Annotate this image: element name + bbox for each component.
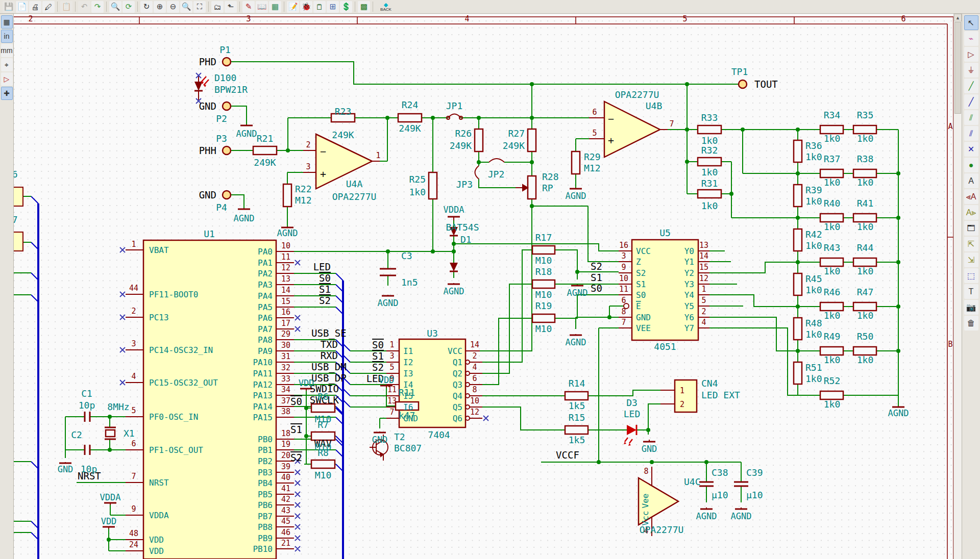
u3-n14: 14: [470, 340, 479, 349]
schematic-canvas[interactable]: 23456ABP1PHDD100BPW21RGNDP2AGNDP3PHHR212…: [0, 0, 980, 559]
agnd-2: AGND: [234, 213, 255, 223]
zoom-fit-icon[interactable]: 🔍: [180, 1, 192, 13]
r45-ref: R45: [805, 273, 822, 284]
r31-val: 1k0: [701, 200, 718, 211]
zone-4: 4: [464, 14, 469, 23]
print-icon[interactable]: 🖨: [29, 1, 41, 13]
u4b-ref: U4B: [646, 100, 663, 111]
r7-ref: R7: [317, 419, 329, 430]
show-hidden-pins-icon[interactable]: ▷: [1, 72, 13, 86]
place-power-port-icon[interactable]: ⏚: [964, 63, 978, 78]
cursor-shape-icon[interactable]: ⌖: [1, 58, 13, 71]
zoom-out-icon[interactable]: ⊖: [167, 1, 179, 13]
place-symbol-icon[interactable]: ▷: [964, 47, 978, 62]
place-image-icon[interactable]: 📷: [964, 300, 978, 315]
u1-ln7: 7: [131, 472, 136, 481]
refresh-icon[interactable]: ⟳: [122, 1, 135, 13]
u5-n6: 6: [621, 296, 626, 305]
u1-vdd2: VDD: [149, 546, 164, 556]
find-icon[interactable]: 🔍: [109, 1, 121, 13]
connector-cn4[interactable]: [675, 380, 697, 412]
d100-ref: D100: [214, 72, 236, 83]
run-pcbnew-icon[interactable]: ▩: [358, 1, 370, 13]
scroll-thumb[interactable]: [954, 22, 961, 114]
redo-icon[interactable]: ↷: [91, 1, 104, 13]
u5-y6: Y6: [684, 313, 694, 322]
u5-y2: Y2: [684, 268, 694, 278]
jp1-ref: JP1: [446, 100, 463, 111]
u3-n5: 5: [389, 363, 394, 372]
u1-rn20: 20: [281, 451, 290, 460]
agnd-11: AGND: [731, 511, 752, 521]
back-button[interactable]: ◆ BACK: [376, 1, 396, 13]
u4a-plus: +: [320, 168, 326, 180]
save-schematic-icon[interactable]: 💾: [3, 1, 15, 13]
select-tool-icon[interactable]: ↖: [964, 15, 978, 30]
back-label: BACK: [380, 8, 391, 12]
u1-rn38: 38: [281, 407, 290, 416]
agnd-1: AGND: [236, 129, 257, 139]
r18-val: M10: [535, 289, 552, 300]
vertical-scrollbar[interactable]: ▲: [953, 14, 962, 559]
u1-ref: U1: [204, 228, 215, 239]
r14-val: 1k5: [569, 400, 585, 411]
u4b-minus: −: [608, 113, 614, 125]
net-label-icon[interactable]: A: [964, 173, 978, 188]
u1-rn42: 42: [281, 495, 290, 504]
gnd-u3: GND: [372, 435, 388, 445]
global-label-icon[interactable]: ⪡A: [964, 189, 978, 204]
symbol-table-icon[interactable]: ⊞: [327, 1, 339, 13]
hierarchical-sheet-icon[interactable]: 🗔: [964, 221, 978, 236]
c39-ref: C39: [746, 467, 763, 478]
graphic-box-icon[interactable]: ⬚: [964, 268, 978, 283]
agnd-6: AGND: [378, 298, 399, 308]
generate-netlist-icon[interactable]: 🗒: [313, 1, 326, 13]
undo-icon[interactable]: ↶: [78, 1, 90, 13]
zoom-in-icon[interactable]: ⊕: [154, 1, 166, 13]
hierarchical-label-icon[interactable]: A⪢: [964, 205, 978, 220]
u5-n9: 9: [621, 263, 626, 272]
s2-lbl: S2: [591, 261, 602, 272]
grid-toggle-icon[interactable]: ▦: [1, 15, 13, 29]
bom-icon[interactable]: 💲: [340, 1, 352, 13]
navigate-hierarchy-icon[interactable]: 🗂: [211, 1, 224, 13]
annotate-icon[interactable]: ✎: [242, 1, 255, 13]
edit-symbol-fields-icon[interactable]: 📝: [287, 1, 299, 13]
u3-vcc: VCC: [448, 346, 462, 356]
x1-ref: X1: [124, 428, 135, 439]
sheet-pin-icon[interactable]: ⇲: [964, 252, 978, 267]
import-sheet-pin-icon[interactable]: ⇱: [964, 237, 978, 251]
symbol-library-browser-icon[interactable]: 📖: [256, 1, 268, 13]
place-wire-icon[interactable]: ╱: [964, 79, 978, 93]
delete-tool-icon[interactable]: 🗑: [964, 316, 978, 331]
crosshair-cursor-icon[interactable]: ✚: [1, 87, 13, 100]
redraw-view-icon[interactable]: ↻: [140, 1, 153, 13]
zoom-to-selection-icon[interactable]: ⛶: [193, 1, 206, 13]
place-bus-icon[interactable]: ╱: [964, 94, 978, 109]
page-settings-icon[interactable]: 📄: [16, 1, 28, 13]
erc-bug-icon[interactable]: 🐞: [300, 1, 312, 13]
units-mm-button[interactable]: mm: [1, 44, 13, 57]
u5-n11: 11: [619, 285, 628, 294]
plot-icon[interactable]: 🖊: [42, 1, 55, 13]
units-inches-button[interactable]: in: [1, 30, 13, 43]
u1-ln48: 48: [129, 529, 138, 538]
footprint-browser-icon[interactable]: ▦: [269, 1, 281, 13]
highlight-net-icon[interactable]: ⌁: [964, 31, 978, 46]
u1-rn11: 11: [281, 252, 290, 262]
scroll-up-arrow[interactable]: ▲: [954, 14, 962, 21]
place-text-icon[interactable]: T: [964, 284, 978, 299]
vdda-2: VDDA: [100, 492, 121, 502]
paste-icon[interactable]: 📋: [60, 1, 72, 13]
top-toolbar: 💾📄🖨🖊📋↶↷🔍⟳↻⊕⊖🔍⛶🗂⬑✎📖▦📝🐞🗒⊞💲▩ ◆ BACK: [0, 0, 980, 14]
u1-rn46: 46: [281, 528, 290, 537]
leave-sheet-icon[interactable]: ⬑: [225, 1, 237, 13]
place-junction-icon[interactable]: ●: [964, 158, 978, 172]
u1-rn43: 43: [281, 506, 290, 515]
c3-ref: C3: [401, 250, 412, 261]
u1-nrst: NRST: [149, 478, 169, 488]
r8-val: M10: [315, 470, 332, 480]
no-connect-icon[interactable]: ✕: [964, 142, 978, 157]
wire-to-bus-entry-icon[interactable]: ⫽: [964, 110, 978, 125]
bus-to-bus-entry-icon[interactable]: ⫽: [964, 126, 978, 141]
